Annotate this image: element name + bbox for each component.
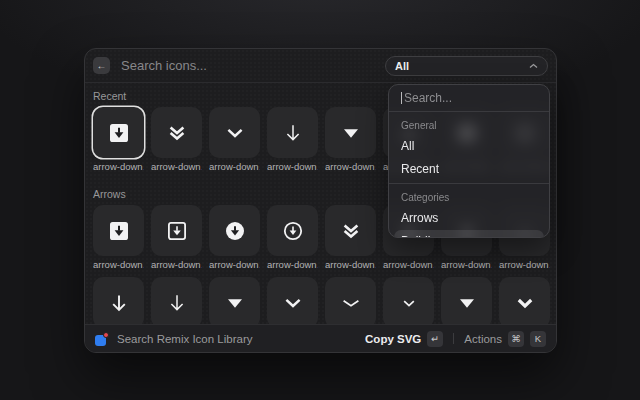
cmd-key-badge: ⌘: [508, 331, 524, 347]
icon-label: arrow-down…: [325, 161, 376, 172]
icon-result[interactable]: arrow-down…: [209, 277, 260, 324]
arrow-down-long-line-icon: [267, 107, 318, 158]
remix-icon-logo: [95, 332, 109, 346]
arrow-down-s-fill-icon: [441, 277, 492, 324]
dropdown-item-recent[interactable]: Recent: [394, 158, 544, 180]
dropdown-group-label: Categories: [394, 188, 544, 206]
arrow-down-circle-fill-icon: [209, 205, 260, 256]
arrow-down-box-line-icon: [151, 205, 202, 256]
icon-label: arrow-down…: [325, 259, 376, 270]
arrow-down-circle-line-icon: [267, 205, 318, 256]
text-caret-icon: [401, 92, 402, 104]
arrow-down-box-fill-icon: [93, 107, 144, 158]
arrow-down-line-icon: [93, 277, 144, 324]
icon-label: arrow-down…: [383, 259, 434, 270]
dropdown-search-placeholder: Search...: [404, 91, 452, 105]
icon-result[interactable]: arrow-down…: [151, 205, 202, 270]
icon-result[interactable]: arrow-down…: [93, 107, 144, 172]
actions-button[interactable]: Actions: [464, 333, 502, 345]
icon-label: arrow-down…: [209, 161, 260, 172]
footer-right: Copy SVG ↵ Actions ⌘ K: [365, 331, 546, 347]
dropdown-item-buildings[interactable]: Buildings: [394, 230, 544, 238]
icon-label: arrow-down…: [267, 161, 318, 172]
dropdown-group: CategoriesArrowsBuildings: [389, 183, 549, 238]
arrow-down-s-fill-icon: [209, 277, 260, 324]
icon-result[interactable]: arrow-down…: [151, 107, 202, 172]
icon-result[interactable]: arrow-down…: [325, 277, 376, 324]
arrow-down-s-line-icon: [209, 107, 260, 158]
icon-label: arrow-down…: [441, 259, 492, 270]
chevron-up-icon: [529, 63, 538, 69]
icon-result[interactable]: arrow-down…: [93, 205, 144, 270]
arrow-drop-down-line-icon: [383, 277, 434, 324]
dropdown-group: GeneralAllRecent: [389, 111, 549, 183]
icon-search-window: ← All Recentarrow-down…arrow-down…arrow-…: [84, 48, 557, 353]
back-button[interactable]: ←: [93, 57, 110, 74]
copy-svg-button[interactable]: Copy SVG: [365, 333, 421, 345]
icon-result[interactable]: arrow-down…: [383, 277, 434, 324]
icon-label: arrow-down…: [209, 259, 260, 270]
dropdown-search-input[interactable]: Search...: [389, 85, 549, 111]
icon-label: arrow-down…: [151, 161, 202, 172]
arrow-down-box-fill-icon: [93, 205, 144, 256]
arrow-down-s-fill-icon: [325, 107, 376, 158]
arrow-down-double-line-icon: [151, 107, 202, 158]
category-select[interactable]: All: [385, 56, 548, 76]
icon-result[interactable]: arrow-down…: [441, 277, 492, 324]
topbar: ← All: [85, 49, 556, 83]
icon-result[interactable]: arrow-down…: [499, 277, 550, 324]
arrow-down-s-line-icon: [267, 277, 318, 324]
enter-key-badge: ↵: [427, 331, 443, 347]
arrow-down-long-line-icon: [151, 277, 202, 324]
icon-result[interactable]: arrow-down…: [267, 107, 318, 172]
icon-result[interactable]: arrow-down…: [325, 205, 376, 270]
footer-divider: [453, 333, 454, 344]
icon-result[interactable]: arrow-down…: [209, 205, 260, 270]
icon-result[interactable]: arrow-down…: [267, 205, 318, 270]
k-key-badge: K: [530, 331, 546, 347]
dropdown-item-all[interactable]: All: [394, 135, 544, 157]
logo-notification-dot: [103, 332, 109, 338]
icon-label: arrow-down…: [499, 259, 550, 270]
arrow-left-icon: ←: [97, 61, 107, 71]
dropdown-group-label: General: [394, 116, 544, 134]
dropdown-body: GeneralAllRecentCategoriesArrowsBuilding…: [389, 111, 549, 238]
icon-label: arrow-down…: [93, 259, 144, 270]
app-name: Search Remix Icon Library: [117, 333, 253, 345]
icon-label: arrow-down…: [151, 259, 202, 270]
icon-result[interactable]: arrow-down…: [209, 107, 260, 172]
icon-result[interactable]: arrow-down…: [325, 107, 376, 172]
category-select-value: All: [395, 60, 409, 72]
footer-left: Search Remix Icon Library: [95, 332, 253, 346]
desktop-background: ← All Recentarrow-down…arrow-down…arrow-…: [0, 0, 640, 400]
dropdown-item-arrows[interactable]: Arrows: [394, 207, 544, 229]
icon-label: arrow-down…: [267, 259, 318, 270]
icon-label: arrow-down…: [93, 161, 144, 172]
footer: Search Remix Icon Library Copy SVG ↵ Act…: [85, 324, 556, 352]
icon-result[interactable]: arrow-down…: [93, 277, 144, 324]
category-dropdown: Search... GeneralAllRecentCategoriesArro…: [388, 84, 550, 238]
arrow-down-double-line-icon: [325, 205, 376, 256]
chevron-down-bold-icon: [499, 277, 550, 324]
icon-result[interactable]: arrow-down…: [267, 277, 318, 324]
arrow-down-shallow-line-icon: [325, 277, 376, 324]
icon-result[interactable]: arrow-down…: [151, 277, 202, 324]
